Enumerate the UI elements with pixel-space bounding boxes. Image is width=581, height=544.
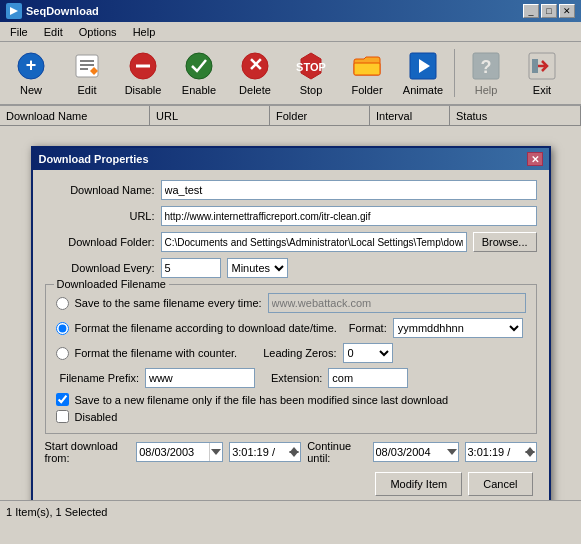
interval-unit-select[interactable]: Minutes Hours Days xyxy=(227,258,288,278)
downloaded-filename-group: Downloaded Filename Save to the same fil… xyxy=(45,284,537,434)
enable-button[interactable]: Enable xyxy=(172,46,226,100)
radio-format-date-label: Format the filename according to downloa… xyxy=(75,322,337,334)
animate-icon xyxy=(407,50,439,82)
radio-same-filename[interactable] xyxy=(56,297,69,310)
format-select[interactable]: yymmddhhnn yyyymmddhhnn xyxy=(393,318,523,338)
radio-counter[interactable] xyxy=(56,347,69,360)
folder-button[interactable]: Folder xyxy=(340,46,394,100)
title-bar: SeqDownload _ □ ✕ xyxy=(0,0,581,22)
checkbox-modified[interactable] xyxy=(56,393,69,406)
end-time-spinner[interactable] xyxy=(524,446,536,458)
extension-input[interactable] xyxy=(328,368,408,388)
svg-marker-22 xyxy=(289,451,299,457)
menu-bar: File Edit Options Help xyxy=(0,22,581,42)
app-title: SeqDownload xyxy=(26,5,99,17)
start-date-input[interactable] xyxy=(137,445,209,459)
end-date-dropdown[interactable] xyxy=(446,448,458,456)
browse-button[interactable]: Browse... xyxy=(473,232,537,252)
download-folder-label: Download Folder: xyxy=(45,236,155,248)
dialog-close-button[interactable]: ✕ xyxy=(527,152,543,166)
dialog-title-bar: Download Properties ✕ xyxy=(33,148,549,170)
stop-label: Stop xyxy=(300,84,323,96)
exit-label: Exit xyxy=(533,84,551,96)
prefix-input[interactable] xyxy=(145,368,255,388)
checkbox-disabled-row: Disabled xyxy=(56,410,526,423)
url-input[interactable] xyxy=(161,206,537,226)
start-label: Start download from: xyxy=(45,440,131,464)
svg-marker-23 xyxy=(447,449,457,455)
animate-label: Animate xyxy=(403,84,443,96)
download-folder-input[interactable] xyxy=(161,232,467,252)
leading-zeros-select[interactable]: 0123 xyxy=(343,343,393,363)
stop-button[interactable]: STOP Stop xyxy=(284,46,338,100)
download-name-label: Download Name: xyxy=(45,184,155,196)
download-every-input[interactable] xyxy=(161,258,221,278)
checkbox-disabled[interactable] xyxy=(56,410,69,423)
toolbar-separator xyxy=(454,49,455,97)
col-download-name: Download Name xyxy=(0,106,150,125)
url-row: URL: xyxy=(45,206,537,226)
help-label: Help xyxy=(475,84,498,96)
col-url: URL xyxy=(150,106,270,125)
leading-zeros-label: Leading Zeros: xyxy=(263,347,336,359)
radio-counter-label: Format the filename with counter. xyxy=(75,347,238,359)
radio-counter-row: Format the filename with counter. Leadin… xyxy=(56,343,526,363)
checkbox-modified-label: Save to a new filename only if the file … xyxy=(75,394,449,406)
close-button[interactable]: ✕ xyxy=(559,4,575,18)
delete-button[interactable]: ✕ Delete xyxy=(228,46,282,100)
delete-icon: ✕ xyxy=(239,50,271,82)
buttons-row: Modify Item Cancel xyxy=(45,472,537,496)
maximize-button[interactable]: □ xyxy=(541,4,557,18)
status-text: 1 Item(s), 1 Selected xyxy=(6,506,108,518)
end-date-input[interactable] xyxy=(374,445,446,459)
start-date-dropdown[interactable] xyxy=(210,448,222,456)
menu-file[interactable]: File xyxy=(4,25,34,39)
menu-edit[interactable]: Edit xyxy=(38,25,69,39)
prefix-field: Filename Prefix: xyxy=(60,368,255,388)
main-area: Download Properties ✕ Download Name: URL… xyxy=(0,126,581,522)
help-button[interactable]: ? Help xyxy=(459,46,513,100)
disable-label: Disable xyxy=(125,84,162,96)
minimize-button[interactable]: _ xyxy=(523,4,539,18)
delete-label: Delete xyxy=(239,84,271,96)
exit-button[interactable]: Exit xyxy=(515,46,569,100)
enable-icon xyxy=(183,50,215,82)
col-interval: Interval xyxy=(370,106,450,125)
edit-label: Edit xyxy=(78,84,97,96)
toolbar: + New Edit Disable xyxy=(0,42,581,106)
download-every-row: Download Every: Minutes Hours Days xyxy=(45,258,537,278)
radio-format-date[interactable] xyxy=(56,322,69,335)
new-icon: + xyxy=(15,50,47,82)
download-every-label: Download Every: xyxy=(45,262,155,274)
disable-button[interactable]: Disable xyxy=(116,46,170,100)
edit-button[interactable]: Edit xyxy=(60,46,114,100)
radio-same-filename-label: Save to the same filename every time: xyxy=(75,297,262,309)
download-properties-dialog: Download Properties ✕ Download Name: URL… xyxy=(31,146,551,508)
folder-label: Folder xyxy=(351,84,382,96)
disable-icon xyxy=(127,50,159,82)
modify-item-button[interactable]: Modify Item xyxy=(375,472,462,496)
menu-help[interactable]: Help xyxy=(127,25,162,39)
extension-label: Extension: xyxy=(271,372,322,384)
dialog-body: Download Name: URL: Download Folder: Bro… xyxy=(33,170,549,506)
stop-icon: STOP xyxy=(295,50,327,82)
download-folder-row: Download Folder: Browse... xyxy=(45,232,537,252)
download-name-input[interactable] xyxy=(161,180,537,200)
dialog-overlay: Download Properties ✕ Download Name: URL… xyxy=(0,126,581,522)
menu-options[interactable]: Options xyxy=(73,25,123,39)
new-button[interactable]: + New xyxy=(4,46,58,100)
cancel-button[interactable]: Cancel xyxy=(468,472,532,496)
end-time-input[interactable] xyxy=(466,445,524,459)
continue-label: Continue until: xyxy=(307,440,366,464)
datetime-row: Start download from: Cont xyxy=(45,440,537,464)
col-status: Status xyxy=(450,106,581,125)
status-bar: 1 Item(s), 1 Selected xyxy=(0,500,581,522)
checkbox-disabled-label: Disabled xyxy=(75,411,118,423)
edit-icon xyxy=(71,50,103,82)
prefix-label: Filename Prefix: xyxy=(60,372,139,384)
start-time-input[interactable] xyxy=(230,445,288,459)
app-icon xyxy=(6,3,22,19)
animate-button[interactable]: Animate xyxy=(396,46,450,100)
checkbox-modified-row: Save to a new filename only if the file … xyxy=(56,393,526,406)
start-time-spinner[interactable] xyxy=(288,446,300,458)
